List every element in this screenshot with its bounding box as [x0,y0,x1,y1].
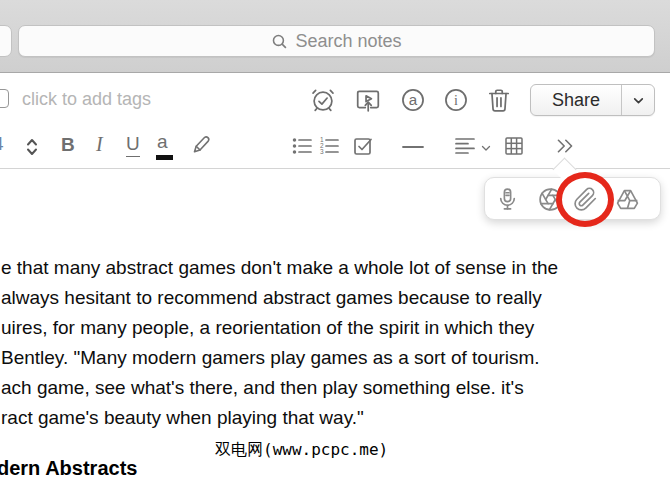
align-left-icon[interactable] [454,135,476,157]
note-heading-partial: dern Abstracts [0,457,137,478]
text-color-button[interactable]: a [157,131,168,153]
share-button[interactable]: Share [531,85,621,115]
magnifier-icon [271,33,288,50]
table-icon[interactable] [503,135,525,157]
share-button-group: Share [530,84,655,116]
reminder-alarm-icon[interactable] [310,87,336,113]
note-editor-area[interactable]: e that many abstract games don't make a … [1,253,670,433]
font-size-value[interactable]: 4 [0,133,4,155]
checkbox-icon[interactable] [352,135,374,157]
highlighter-icon[interactable] [190,132,214,156]
note-text-line: ract game's beauty when playing that way… [1,403,670,433]
bullet-list-icon[interactable] [291,135,313,157]
font-size-stepper-icon[interactable] [24,137,40,157]
search-placeholder: Search notes [295,31,401,52]
chevron-down-icon [632,94,645,107]
tag-icon[interactable] [0,89,9,108]
svg-text:3: 3 [320,148,324,155]
trash-icon[interactable] [486,87,512,113]
add-tags-field[interactable]: click to add tags [22,89,151,110]
left-field-stub[interactable] [0,25,12,57]
note-text-line: uires, for many people, a reorientation … [1,313,670,343]
svg-text:a: a [409,91,418,108]
note-text-line: always hesitant to recommend abstract ga… [1,283,670,313]
italic-button[interactable]: I [96,133,103,156]
horizontal-rule-icon[interactable] [402,136,424,158]
share-dropdown-button[interactable] [621,85,654,115]
text-color-swatch [156,155,173,160]
red-circle-annotation [556,172,614,227]
info-icon[interactable]: i [443,87,469,113]
more-double-chevron-icon[interactable] [555,137,575,155]
google-drive-icon[interactable] [615,187,640,212]
chevron-down-icon[interactable] [480,142,492,154]
watermark-text: 双电网(www.pcpc.me) [215,440,388,461]
titlebar: Search notes [0,0,670,73]
microphone-icon[interactable] [495,187,520,212]
note-text-line: ach game, see what's there, and then pla… [1,373,670,403]
underline-button[interactable]: U [126,133,140,157]
present-icon[interactable] [355,87,381,113]
note-text-line: e that many abstract games don't make a … [1,253,670,283]
annotate-a-icon[interactable]: a [400,87,426,113]
numbered-list-icon[interactable]: 1 2 3 [318,135,340,157]
search-input[interactable]: Search notes [18,25,655,57]
bold-button[interactable]: B [61,134,75,156]
svg-text:i: i [454,92,458,108]
note-text-line: Bentley. "Many modern gamers play games … [1,343,670,373]
